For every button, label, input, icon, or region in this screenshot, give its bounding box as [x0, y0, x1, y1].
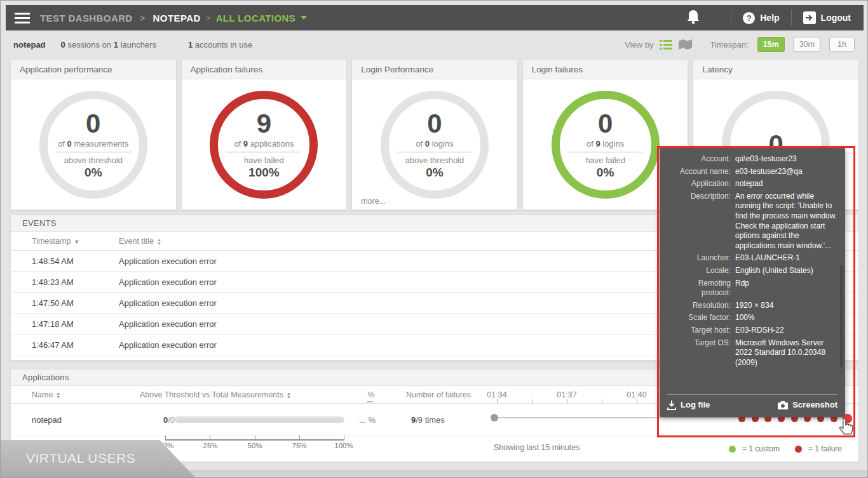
help-label: Help — [760, 13, 779, 23]
sessions-summary: 0 sessions on 1 launchers — [61, 40, 156, 50]
sort-by-measurements[interactable]: Above Threshold vs Total Measurements▲▼ — [140, 390, 291, 399]
axis-label: 75% — [288, 442, 311, 449]
map-view-icon[interactable] — [679, 39, 692, 50]
measurement-progress-bar — [175, 416, 344, 423]
screenshot-button[interactable]: Screenshot — [778, 400, 837, 411]
failure-detail-tooltip: Account:qa\e03-testuser23 Account name:e… — [660, 148, 845, 417]
timeline-footnote: Showing last 15 minutes — [494, 443, 580, 452]
top-bar-actions: ? Help Logout — [686, 5, 864, 30]
breadcrumb-location-label: ALL LOCATIONS — [216, 13, 295, 23]
gauge-ring-red: 9 of 9 applications have failed 100% — [210, 91, 318, 199]
gauge-value: 0 — [49, 110, 138, 138]
breadcrumb-root[interactable]: TEST DASHBOARD — [40, 13, 133, 23]
card-title: Application failures — [182, 60, 347, 79]
gauge-value: 0 — [561, 110, 650, 138]
gauge-value: 0 — [390, 110, 479, 138]
axis-tick — [165, 435, 166, 439]
tooltip-label: Launcher: — [667, 253, 731, 263]
failures-column-header: Number of failures — [406, 390, 471, 399]
timespan-1h-button[interactable]: 1h — [829, 37, 855, 52]
tooltip-label: Remoting protocol: — [667, 279, 731, 298]
log-file-button[interactable]: Log file — [667, 400, 710, 411]
gauge-subtitle: of 9 applications — [219, 139, 308, 149]
breadcrumb: TEST DASHBOARD > NOTEPAD > ALL LOCATIONS — [40, 13, 307, 23]
timeline-label: 01:40 — [623, 390, 651, 399]
timeline-start-dot — [491, 414, 498, 422]
card-title: Latency — [693, 60, 858, 79]
logout-label: Logout — [821, 13, 851, 23]
tooltip-label: Scale factor: — [667, 313, 731, 323]
sort-indicator — [367, 401, 373, 402]
tooltip-label: Description: — [667, 192, 731, 251]
gauge-percent: 0% — [390, 166, 479, 180]
tooltip-label: Account: — [667, 154, 731, 164]
tooltip-label: Target OS: — [667, 338, 731, 368]
card-application-performance: Application performance 0 of 0 measureme… — [10, 60, 177, 210]
logout-button[interactable]: Logout — [803, 11, 851, 24]
timeline-tick — [637, 399, 637, 403]
failure-count: 9/9 times — [411, 415, 445, 425]
download-icon — [667, 401, 676, 410]
axis-tick — [299, 435, 300, 439]
sort-icon: ▲▼ — [157, 238, 161, 246]
divider — [791, 10, 792, 26]
sort-by-timestamp[interactable]: Timestamp▼ — [32, 237, 79, 246]
timeline-tick — [567, 399, 567, 403]
logout-icon — [803, 11, 816, 24]
tooltip-detail-grid: Account:qa\e03-testuser23 Account name:e… — [667, 154, 837, 368]
sort-desc-icon: ▼ — [74, 239, 79, 245]
session-summary: notepad 0 sessions on 1 launchers 1 acco… — [13, 40, 252, 50]
gauge-ring-gray: 0 of 0 logins above threshold 0% — [381, 91, 489, 199]
percent-axis — [165, 439, 344, 441]
timespan-15m-button[interactable]: 15m — [757, 37, 785, 52]
percent-column-header[interactable]: % — [362, 390, 381, 399]
gauge-caption: above threshold — [390, 156, 479, 165]
gauge-percent: 0% — [49, 166, 138, 180]
legend-failure-label: = 1 failure — [808, 444, 842, 453]
card-login-performance: Login Performance 0 of 0 logins above th… — [351, 60, 518, 210]
timeline-label: 01:37 — [553, 390, 581, 399]
tooltip-value: E03-RDSH-22 — [735, 326, 837, 336]
axis-tick — [344, 435, 344, 439]
application-name: notepad — [32, 415, 62, 425]
tooltip-value: English (United States) — [735, 266, 837, 276]
notification-bell-icon[interactable] — [686, 10, 717, 27]
help-button[interactable]: ? Help — [743, 12, 779, 24]
virtual-users-title: VIRTUAL USERS — [26, 451, 135, 466]
breadcrumb-app[interactable]: NOTEPAD — [153, 13, 201, 23]
camera-icon — [778, 401, 788, 409]
sort-by-name[interactable]: Name▲▼ — [32, 390, 60, 399]
chevron-down-icon — [301, 16, 307, 20]
axis-label: 50% — [243, 442, 266, 449]
breadcrumb-location-dropdown[interactable]: ALL LOCATIONS — [216, 13, 307, 23]
tooltip-value: Rdp — [735, 279, 837, 298]
axis-tick — [210, 435, 210, 439]
card-title: Application performance — [11, 60, 176, 79]
axis-tick — [255, 435, 255, 439]
timespan-30m-button[interactable]: 30m — [794, 37, 820, 52]
more-link[interactable]: more... — [361, 197, 386, 206]
tooltip-value: E03-LAUNCHER-1 — [735, 253, 837, 263]
sort-icon: ▲▼ — [287, 392, 291, 399]
tooltip-label: Resolution: — [667, 301, 731, 311]
card-application-failures: Application failures 9 of 9 applications… — [181, 60, 348, 210]
gauge-percent: 0% — [561, 166, 650, 180]
legend-custom-label: = 1 custom — [742, 444, 780, 453]
app-name-label: notepad — [13, 40, 46, 50]
gauge-percent: 100% — [219, 166, 308, 180]
breadcrumb-separator: > — [140, 13, 146, 23]
help-icon: ? — [743, 12, 755, 24]
list-view-icon[interactable] — [660, 40, 672, 50]
gauge-caption: have failed — [561, 156, 650, 165]
sort-by-event-title[interactable]: Event title▲▼ — [119, 237, 161, 246]
tooltip-scrollbar[interactable] — [840, 265, 843, 367]
breadcrumb-separator: > — [206, 13, 211, 23]
card-title: Login Performance — [352, 60, 517, 79]
hamburger-menu-icon[interactable] — [15, 10, 30, 26]
tooltip-value: notepad — [735, 179, 837, 189]
tooltip-value: 1920 × 834 — [735, 301, 837, 311]
gauge-ring-green: 0 of 9 logins have failed 0% — [552, 91, 660, 199]
measurement-ratio: 0/0 — [163, 415, 175, 425]
sort-icon: ▲▼ — [56, 392, 60, 399]
accounts-summary: 1 accounts in use — [188, 40, 252, 50]
